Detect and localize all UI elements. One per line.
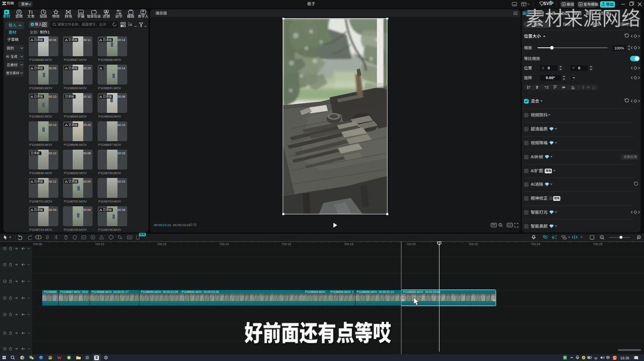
svg-text:09:12: 09:12 bbox=[158, 242, 166, 246]
svg-text:09:22: 09:22 bbox=[470, 242, 478, 246]
svg-text:09:10: 09:10 bbox=[96, 242, 104, 246]
svg-text:09:20: 09:20 bbox=[408, 242, 416, 246]
svg-text:09:14: 09:14 bbox=[221, 242, 229, 246]
svg-text:09:26: 09:26 bbox=[595, 242, 603, 246]
svg-text:09:08: 09:08 bbox=[34, 242, 42, 246]
svg-text:09:16: 09:16 bbox=[283, 242, 291, 246]
svg-text:09:18: 09:18 bbox=[345, 242, 353, 246]
svg-text:09:24: 09:24 bbox=[532, 242, 540, 246]
